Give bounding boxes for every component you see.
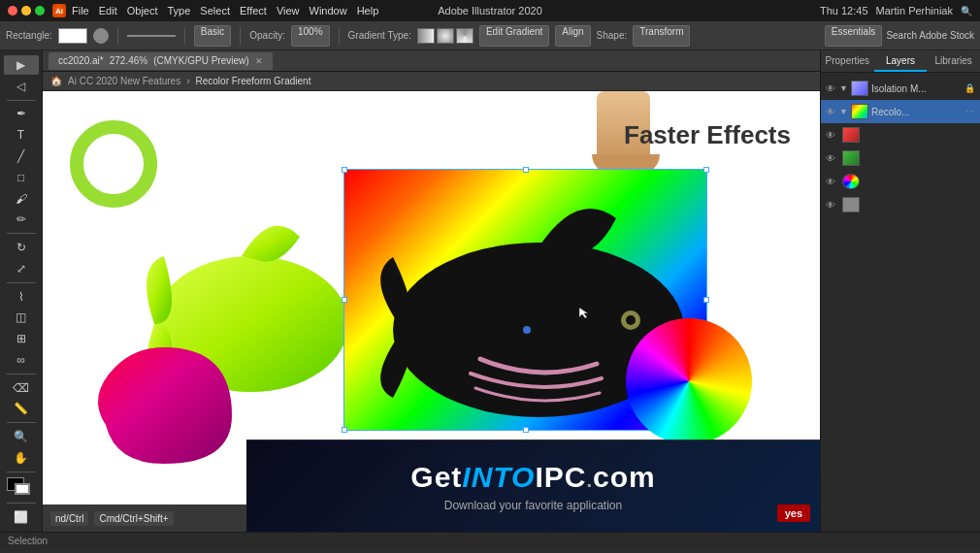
pencil-tool[interactable]: ✏ <box>4 210 39 229</box>
tab-layers[interactable]: Layers <box>874 50 928 72</box>
divider-1 <box>117 27 118 45</box>
workspace-btn[interactable]: Essentials <box>825 25 883 47</box>
style-dropdown[interactable]: Basic <box>194 25 231 47</box>
blend-tool[interactable]: ∞ <box>4 350 39 370</box>
layer-row-4[interactable]: 👁 <box>821 146 980 170</box>
layer-lock-icon[interactable]: 🔒 <box>963 83 976 93</box>
clock: Thu 12:45 <box>820 5 868 16</box>
pen-tool[interactable]: ✒ <box>4 105 39 124</box>
layer-visibility-icon[interactable]: 👁 <box>825 177 836 187</box>
menu-edit[interactable]: Edit <box>99 5 117 16</box>
menu-file[interactable]: File <box>72 5 89 16</box>
layer-visibility-icon[interactable]: 👁 <box>825 130 836 141</box>
shortcut-1: nd/Ctrl <box>50 511 88 526</box>
eyedropper-tool[interactable]: ⌫ <box>4 378 39 398</box>
banner-ipc: IPC <box>535 461 586 493</box>
menu-type[interactable]: Type <box>168 5 191 16</box>
measure-tool[interactable]: 📏 <box>4 400 39 419</box>
layer-expand-icon[interactable]: ▼ <box>839 107 848 116</box>
transform-btn[interactable]: Transform <box>633 25 690 47</box>
opacity-value[interactable]: 100% <box>291 25 330 47</box>
direct-selection-tool[interactable]: ◁ <box>4 77 39 96</box>
maximize-button[interactable] <box>35 6 45 16</box>
layer-thumbnail <box>851 81 868 96</box>
align-btn[interactable]: Align <box>555 25 590 47</box>
fill-color-box[interactable] <box>58 28 87 44</box>
freeform-gradient-btn[interactable] <box>456 28 474 44</box>
layer-thumbnail <box>842 150 860 166</box>
divider-2 <box>184 27 185 45</box>
close-button[interactable] <box>8 6 17 16</box>
workspace-controls: Essentials Search Adobe Stock <box>825 25 974 47</box>
layer-row-isolation[interactable]: 👁 ▼ Isolation M... 🔒 <box>821 77 980 100</box>
layer-row-3[interactable]: 👁 <box>821 123 980 146</box>
breadcrumb-item-1[interactable]: Ai CC 2020 New Features <box>68 76 180 86</box>
banner-com: com <box>593 461 656 493</box>
titlebar-right: Thu 12:45 Martin Perhiniak 🔍 <box>820 5 972 16</box>
warp-tool[interactable]: ⌇ <box>4 287 39 307</box>
tool-divider-1 <box>7 100 36 101</box>
hand-tool[interactable]: ✋ <box>4 448 39 468</box>
minimize-button[interactable] <box>21 6 31 16</box>
color-boxes <box>7 477 36 499</box>
shape-label2: Shape: <box>597 30 628 41</box>
mesh-tool[interactable]: ⊞ <box>4 329 39 348</box>
paintbrush-tool[interactable]: 🖌 <box>4 189 39 209</box>
layer-visibility-icon[interactable]: 👁 <box>825 153 836 164</box>
layer-row-5[interactable]: 👁 <box>821 170 980 193</box>
menu-window[interactable]: Window <box>310 5 347 16</box>
tab-close-icon[interactable]: ✕ <box>255 56 263 66</box>
right-panel: Properties Layers Libraries 👁 ▼ Isolatio… <box>820 50 980 532</box>
stroke-line <box>127 35 176 37</box>
search-stock-icon[interactable]: 🔍 <box>961 6 972 16</box>
screen-mode-btn[interactable]: ⬜ <box>4 507 39 527</box>
layer-visibility-icon[interactable]: 👁 <box>825 83 836 94</box>
divider-3 <box>240 27 241 45</box>
line-tool[interactable]: ╱ <box>4 146 39 166</box>
search-stock-input[interactable]: Search Adobe Stock <box>886 30 974 41</box>
stroke-color-swatch[interactable] <box>93 28 109 44</box>
layer-name[interactable]: Isolation M... <box>871 83 960 94</box>
stroke-color-indicator[interactable] <box>15 483 30 495</box>
layer-options-icon[interactable]: ⋯ <box>963 107 976 116</box>
zoom-tool[interactable]: 🔍 <box>4 427 39 446</box>
menu-select[interactable]: Select <box>200 5 230 16</box>
menu-help[interactable]: Help <box>357 5 379 16</box>
tool-divider-6 <box>7 472 36 472</box>
layer-row-6[interactable]: 👁 <box>821 193 980 216</box>
menu-view[interactable]: View <box>277 5 300 16</box>
title-bar: Ai File Edit Object Type Select Effect V… <box>0 0 980 21</box>
layers-panel: 👁 ▼ Isolation M... 🔒 👁 ▼ Recolo... ⋯ 👁 <box>821 73 980 532</box>
menu-effect[interactable]: Effect <box>240 5 267 16</box>
linear-gradient-btn[interactable] <box>417 28 435 44</box>
type-tool[interactable]: T <box>4 125 39 145</box>
layer-row-recolor[interactable]: 👁 ▼ Recolo... ⋯ <box>821 100 980 123</box>
tab-zoom: 272.46% <box>110 55 147 66</box>
tab-properties[interactable]: Properties <box>821 50 874 72</box>
scale-tool[interactable]: ⤢ <box>4 259 39 278</box>
svg-point-4 <box>523 326 531 334</box>
breadcrumb-separator: › <box>186 76 189 86</box>
tool-divider-5 <box>7 422 36 423</box>
selection-tool[interactable]: ▶ <box>4 55 39 75</box>
breadcrumb-home-icon[interactable]: 🏠 <box>50 76 62 86</box>
tab-colormode: (CMYK/GPU Preview) <box>153 55 248 66</box>
edit-gradient-btn[interactable]: Edit Gradient <box>479 25 549 47</box>
tab-libraries[interactable]: Libraries <box>927 50 980 72</box>
gradient-tool[interactable]: ◫ <box>4 308 39 327</box>
status-selection: Selection <box>8 536 48 546</box>
shape-label: Rectangle: <box>6 30 52 41</box>
rotate-tool[interactable]: ↻ <box>4 238 39 257</box>
layer-name[interactable]: Recolo... <box>871 107 960 117</box>
layer-visibility-icon[interactable]: 👁 <box>825 107 836 117</box>
menu-bar: File Edit Object Type Select Effect View… <box>72 5 378 16</box>
options-toolbar: Rectangle: Basic Opacity: 100% Gradient … <box>0 21 980 50</box>
document-tab[interactable]: cc2020.ai* 272.46% (CMYK/GPU Preview) ✕ <box>49 52 273 70</box>
banner-get: Get <box>410 461 462 493</box>
rectangle-tool[interactable]: □ <box>4 168 39 187</box>
layer-visibility-icon[interactable]: 👁 <box>825 200 836 211</box>
radial-gradient-btn[interactable] <box>437 28 454 44</box>
layer-expand-icon[interactable]: ▼ <box>839 83 848 93</box>
menu-object[interactable]: Object <box>127 5 158 16</box>
color-wheel-circle <box>626 318 752 444</box>
